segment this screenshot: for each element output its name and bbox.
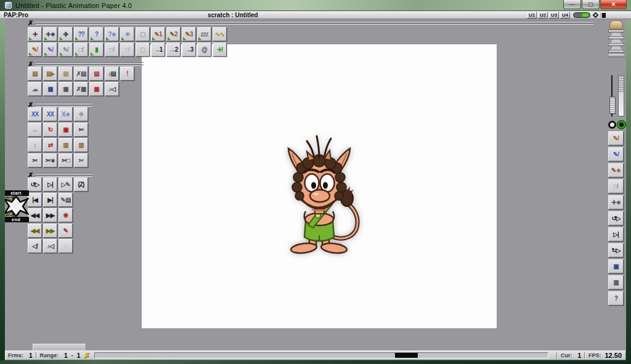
loop-range-widget[interactable]: start end [3,190,29,222]
loop-end-jump-button[interactable]: ▶▶ [43,224,57,238]
go-last-frame-button[interactable]: ▶| [43,193,57,207]
toolbar-main-rollup[interactable]: ✗ [28,20,593,26]
clean-sheet-tool[interactable]: □/ [105,42,119,57]
pencil-test-button[interactable]: ✎▤ [59,193,73,207]
opacity-slider-thumb[interactable] [609,97,616,114]
black-ink-toggle[interactable] [608,121,616,129]
ink-square-icon[interactable] [600,13,606,18]
cut-out-button[interactable]: ✂ [74,123,88,137]
user-button-u3[interactable]: U3 [549,12,559,18]
draw-cross-sparkle-tool[interactable]: ✛∗ [43,27,57,41]
rs-cross-sparkle-button[interactable]: ✛∗ [608,195,624,209]
range-marker-icon[interactable]: ✗ [84,352,89,360]
blank-cel-tool[interactable]: ▢ [136,27,150,41]
play-from-start-button[interactable]: ↺▷ [28,177,42,192]
ink-bottle-tool[interactable]: ▮ [89,42,104,57]
draw-cross-tool[interactable]: ✛ [28,27,42,41]
green-ink-toggle[interactable] [617,121,625,129]
move-to-layer-2-button[interactable]: →2 [166,42,181,57]
lasso-dots-button[interactable]: ◌ [59,239,73,253]
user-button-u2[interactable]: U2 [538,12,548,18]
delete-range-button[interactable]: XX [43,107,57,121]
save-project-button[interactable]: ▦ [43,82,57,96]
user-button-u4[interactable]: U4 [560,12,570,18]
move-to-layer-3-button[interactable]: →3 [182,42,196,57]
delete-frame-button[interactable]: XX [28,107,42,121]
open-scene-button[interactable]: ▤ [59,67,73,81]
stretch-horizontal-button[interactable]: ↔ [28,123,42,137]
stretch-vertical-button[interactable]: ↕ [28,138,42,152]
pan-hand-button[interactable]: ✥ [74,107,88,121]
play-draw-button[interactable]: ▷✎ [59,177,73,192]
light-table-widget[interactable] [608,20,625,73]
spiral-tool[interactable]: @ [197,42,211,57]
scissors-sparkle-button[interactable]: ✂∗ [43,153,57,168]
query-double-tool[interactable]: ?? [74,27,88,41]
rs-play-loop-button[interactable]: ↻▷ [608,243,624,257]
rs-frames-button[interactable]: ▥ [608,275,624,289]
timeline-position-thumb[interactable] [395,353,418,358]
save-scene-button[interactable]: ▦ [59,82,73,96]
wings-flipbook-button[interactable]: ∿∿ [213,27,227,41]
rs-pencil-disable-button[interactable]: ✎/ [608,131,624,145]
play-once-button[interactable]: ▷| [43,177,57,192]
drawing-canvas[interactable] [142,44,497,328]
erase-sparkle-tool[interactable]: ✎/ [43,42,57,57]
pencil-layer-3-button[interactable]: ✎3 [182,27,196,41]
blank-sheet-tool[interactable]: ▢ [136,42,150,57]
user-button-u1[interactable]: U1 [527,12,537,18]
collapse-icon[interactable]: ✗ [28,20,33,26]
audio-note-button[interactable]: ♪◁ [105,82,119,96]
chain-zzz-button[interactable]: zzz [197,27,211,41]
alert-button[interactable]: ! [120,67,134,81]
move-to-layer-1-button[interactable]: →1 [151,42,165,57]
rs-save-button[interactable]: ▦ [608,259,624,273]
step-forward-button[interactable]: ▶▶ [43,208,57,222]
crop-page-button[interactable]: ▣ [59,123,73,137]
loop-start-jump-button[interactable]: ◀◀ [28,224,42,238]
audio-scrub-button[interactable]: ♪◁ [43,239,57,253]
open-append-button[interactable]: ▤▸ [43,67,57,81]
minimize-button[interactable]: — [563,0,581,9]
cross-disable-tool[interactable]: ✛/ [213,42,227,57]
go-first-frame-button[interactable]: |◀ [28,193,42,207]
red-pencil-button[interactable]: ✎ [59,224,73,238]
query-single-tool[interactable]: ? [89,27,104,41]
draw-cross-move-tool[interactable]: ✜ [59,27,73,41]
opacity-slider[interactable] [609,75,616,116]
pencil-layer-1-button[interactable]: ✎1 [151,27,165,41]
pages-forward-button[interactable]: ▥ [59,138,73,152]
query-sparkle-tool[interactable]: ?∗ [105,27,119,41]
scissors-button[interactable]: ✂ [28,153,42,168]
scissors-paper-button[interactable]: ✂□ [59,153,73,168]
save-x-button[interactable]: ✗▦ [74,82,88,96]
save-marked-button[interactable]: ▦ [89,82,104,96]
erase-drawing-tool[interactable]: ✎/ [28,42,42,57]
scissors-frames-button[interactable]: ✂ [74,153,88,168]
stamp-seal-button[interactable]: ❀ [59,208,73,222]
skew-page-button[interactable]: ⇄ [43,138,57,152]
open-marked-button[interactable]: ▤ [89,67,104,81]
clear-all-button[interactable]: ☁ [28,82,42,96]
delete-sparkle-button[interactable]: X∗ [59,107,73,121]
pages-back-button[interactable]: ▥ [74,138,88,152]
open-x-button[interactable]: ✗▤ [74,67,88,81]
timeline-track[interactable] [94,352,548,358]
rs-help-button[interactable]: ? [608,291,624,305]
level-slider[interactable] [618,75,624,116]
close-button[interactable]: ✕ [600,0,627,9]
erase-paper-tool[interactable]: ✎/ [59,42,73,57]
erase-small-tool[interactable]: □/ [74,42,88,57]
zoom-z-button[interactable]: (Z) [74,177,88,192]
diamond-marker-icon[interactable] [593,12,599,18]
open-project-button[interactable]: ▤ [28,67,42,81]
open-audio-button[interactable]: ♪▤ [105,67,119,81]
rs-play-restart-button[interactable]: ↺▷ [608,211,624,225]
sparkle-flash-tool[interactable]: ✳ [120,27,134,41]
rs-pencil-blue-button[interactable]: ✎/ [608,147,624,161]
speaker-mute-button[interactable]: ◁/ [28,239,42,253]
rs-pencil-small-button[interactable]: ✎∗ [608,163,624,177]
restore-button[interactable]: ▢ [582,0,600,9]
rs-paper-disable-button[interactable]: □/ [608,179,624,193]
step-back-button[interactable]: ◀◀ [28,208,42,222]
